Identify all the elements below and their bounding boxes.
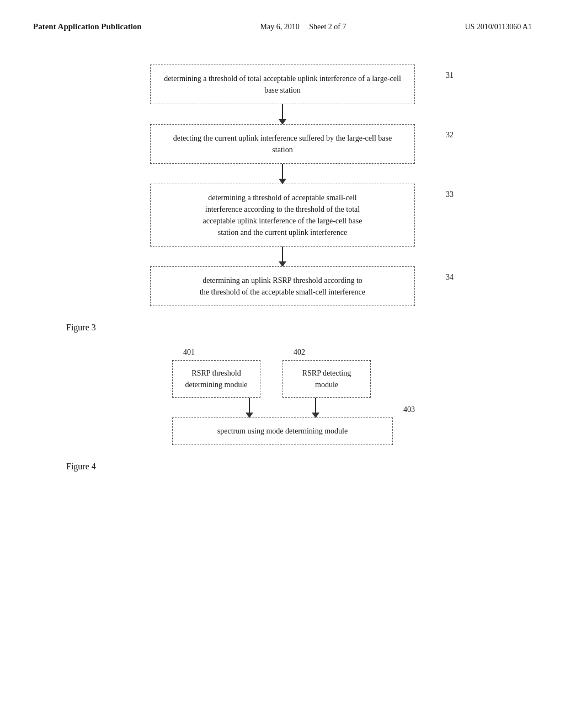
module402-box: RSRP detectingmodule [282, 360, 371, 398]
fig4-layout: 401 RSRP thresholddetermining module 402… [172, 360, 393, 445]
arrow-401-403 [249, 398, 250, 417]
flow-block-34: 34 determining an uplink RSRP threshold … [139, 266, 426, 306]
page: Patent Application Publication May 6, 20… [0, 0, 565, 728]
arrow-31-32 [282, 104, 283, 124]
label-33: 33 [446, 190, 454, 199]
arrow-33-34 [282, 247, 283, 266]
figure4-container: 401 RSRP thresholddetermining module 402… [33, 360, 532, 445]
label-31: 31 [446, 71, 454, 80]
sheet: Sheet 2 of 7 [309, 23, 346, 31]
module403-wrapper: 403 spectrum using mode determining modu… [172, 417, 393, 445]
arrow-32-33 [282, 164, 283, 184]
flow-block-32: 32 detecting the current uplink interfer… [139, 124, 426, 184]
module401-box: RSRP thresholddetermining module [172, 360, 260, 398]
flow-box-34: determining an uplink RSRP threshold acc… [150, 266, 415, 306]
arrow-402-403 [315, 398, 316, 417]
flow-block-33: 33 determining a threshold of acceptable… [139, 184, 426, 266]
fig4-dual-arrows [172, 398, 393, 417]
patent-number: US 2010/0113060 A1 [465, 23, 532, 31]
figure3-container: 31 determining a threshold of total acce… [33, 65, 532, 306]
flow-box-33: determining a threshold of acceptable sm… [150, 184, 415, 247]
label-402: 402 [294, 348, 305, 357]
flow-box-31: determining a threshold of total accepta… [150, 65, 415, 104]
figure4-label: Figure 4 [66, 462, 532, 472]
module402-wrapper: 402 RSRP detectingmodule [282, 360, 371, 398]
header: Patent Application Publication May 6, 20… [33, 22, 532, 31]
flow-block-31: 31 determining a threshold of total acce… [139, 65, 426, 124]
figure3-flowchart: 31 determining a threshold of total acce… [139, 65, 426, 306]
label-34: 34 [446, 273, 454, 282]
date: May 6, 2010 [260, 23, 300, 31]
publication-label: Patent Application Publication [33, 22, 142, 31]
label-401: 401 [183, 348, 195, 357]
fig4-top-row: 401 RSRP thresholddetermining module 402… [172, 360, 393, 398]
flow-box-32: detecting the current uplink interferenc… [150, 124, 415, 164]
date-sheet: May 6, 2010 Sheet 2 of 7 [260, 23, 347, 31]
module401-wrapper: 401 RSRP thresholddetermining module [172, 360, 260, 398]
figure3-label: Figure 3 [66, 323, 532, 333]
module403-box: spectrum using mode determining module [172, 417, 393, 445]
label-403: 403 [403, 405, 415, 414]
label-32: 32 [446, 131, 454, 140]
